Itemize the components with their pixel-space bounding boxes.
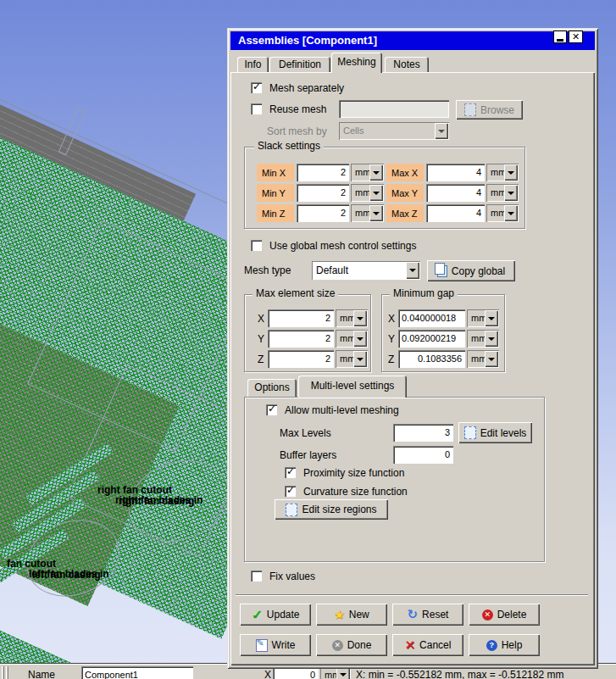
use-global-checkbox[interactable]	[251, 240, 262, 251]
max-element-x-unit[interactable]: mm	[336, 309, 368, 327]
max-element-x-input[interactable]: 2	[268, 309, 334, 327]
dropdown-arrow-icon[interactable]	[353, 351, 367, 367]
browse-button-label: Browse	[480, 104, 514, 116]
mesh-surface-corner	[0, 619, 90, 663]
reuse-mesh-input[interactable]	[339, 100, 449, 118]
min-z-input[interactable]: 2	[297, 204, 349, 222]
minimum-gap-legend: Minimum gap	[390, 288, 458, 299]
dropdown-arrow-icon[interactable]	[369, 185, 383, 201]
allow-multi-level-checkbox[interactable]	[266, 404, 277, 415]
allow-multi-level-label: Allow multi-level meshing	[285, 404, 399, 416]
max-element-y-input[interactable]: 2	[268, 330, 334, 348]
sort-mesh-by-combo[interactable]: Cells	[339, 122, 449, 140]
dropdown-arrow-icon[interactable]	[406, 262, 419, 279]
edit-size-regions-button[interactable]: Edit size regions	[275, 499, 388, 520]
copy-global-button[interactable]: Copy global	[427, 260, 515, 281]
application-window: right fan cutout right fan blades in rig…	[0, 0, 616, 679]
min-gap-y-unit[interactable]: mm	[467, 330, 499, 348]
tab-meshing[interactable]: Meshing	[331, 53, 382, 73]
tab-definition[interactable]: Definition	[269, 57, 330, 72]
max-y-unit-combo[interactable]: mm	[486, 184, 519, 202]
star-icon	[334, 608, 345, 621]
tab-multi-level-settings[interactable]: Multi-level settings	[298, 376, 407, 398]
dropdown-arrow-icon[interactable]	[485, 310, 498, 326]
min-y-unit-combo[interactable]: mm	[351, 184, 384, 202]
fix-values-checkbox[interactable]	[251, 570, 262, 582]
dropdown-arrow-icon[interactable]	[504, 164, 518, 181]
reset-label: Reset	[422, 609, 448, 621]
new-button[interactable]: New	[316, 604, 387, 626]
done-button[interactable]: ✕ Done	[316, 634, 387, 656]
cancel-button[interactable]: Cancel	[392, 634, 463, 656]
edit-levels-label: Edit levels	[480, 427, 527, 439]
proximity-size-checkbox[interactable]	[285, 467, 296, 478]
minimize-button[interactable]	[553, 31, 567, 43]
dropdown-arrow-icon[interactable]	[485, 331, 498, 347]
write-button[interactable]: Write	[240, 634, 311, 656]
tab-options[interactable]: Options	[247, 379, 297, 397]
reset-button[interactable]: Reset	[392, 604, 463, 626]
max-y-input[interactable]: 4	[426, 184, 485, 202]
update-label: Update	[267, 609, 300, 621]
edit-size-regions-label: Edit size regions	[302, 504, 376, 515]
range-status-text: X: min = -0.552182 mm, max = -0.512182 m…	[356, 669, 563, 679]
update-button[interactable]: Update	[240, 604, 311, 626]
curvature-size-label: Curvature size function	[303, 486, 408, 498]
edit-levels-button[interactable]: Edit levels	[458, 422, 532, 443]
dropdown-arrow-icon[interactable]	[485, 351, 498, 367]
min-gap-z-input[interactable]: 0.1083356	[398, 350, 465, 368]
close-button[interactable]: ✕	[569, 31, 583, 43]
reuse-mesh-checkbox[interactable]	[251, 103, 262, 114]
max-element-y-unit[interactable]: mm	[336, 330, 368, 348]
dropdown-arrow-icon[interactable]	[353, 310, 367, 326]
delete-label: Delete	[497, 609, 527, 621]
min-x-unit-combo[interactable]: mm	[351, 164, 384, 181]
max-x-input[interactable]: 4	[426, 164, 485, 181]
tab-info[interactable]: Info	[237, 57, 269, 72]
dropdown-arrow-icon[interactable]	[353, 331, 367, 347]
help-button[interactable]: ? Help	[469, 634, 540, 656]
min-gap-x-input[interactable]: 0.040000018	[398, 309, 465, 327]
sort-mesh-by-value: Cells	[343, 122, 363, 140]
delete-button[interactable]: ✕ Delete	[469, 604, 540, 626]
browse-icon	[464, 103, 476, 116]
max-element-size-legend: Max element size	[253, 288, 338, 299]
buffer-layers-input[interactable]: 0	[393, 446, 453, 464]
mesh-type-combo[interactable]: Default	[312, 261, 420, 280]
max-z-input[interactable]: 4	[426, 204, 485, 222]
dropdown-arrow-icon[interactable]	[336, 667, 350, 679]
tab-notes[interactable]: Notes	[385, 57, 429, 72]
max-x-unit-combo[interactable]: mm	[486, 164, 519, 181]
write-label: Write	[272, 639, 296, 651]
toolbar-gripper[interactable]	[2, 666, 4, 679]
min-gap-y-input[interactable]: 0.092000219	[398, 330, 465, 348]
dropdown-arrow-icon[interactable]	[369, 205, 383, 221]
name-input[interactable]: Component1	[81, 666, 193, 679]
max-x-tag: Max X	[386, 164, 424, 181]
dropdown-arrow-icon[interactable]	[435, 123, 448, 139]
min-gap-z-unit[interactable]: mm	[467, 350, 499, 368]
dropdown-arrow-icon[interactable]	[504, 185, 518, 201]
sort-mesh-by-label: Sort mesh by	[267, 125, 327, 137]
dropdown-arrow-icon[interactable]	[504, 205, 518, 221]
min-z-unit-combo[interactable]: mm	[351, 204, 384, 222]
unit-label: mm	[355, 184, 370, 202]
max-element-z-unit[interactable]: mm	[336, 350, 368, 368]
dropdown-arrow-icon[interactable]	[369, 164, 383, 181]
max-element-z-input[interactable]: 2	[268, 350, 334, 368]
assemblies-dialog: Assemblies [Component1] ✕ Info Definitio…	[227, 28, 598, 669]
done-label: Done	[347, 639, 372, 651]
max-levels-label: Max Levels	[280, 427, 331, 439]
divider	[236, 594, 588, 595]
mesh-separately-checkbox[interactable]	[251, 82, 262, 93]
min-x-input[interactable]: 2	[297, 164, 349, 181]
min-y-input[interactable]: 2	[297, 184, 349, 202]
max-z-unit-combo[interactable]: mm	[486, 204, 519, 222]
curvature-size-checkbox[interactable]	[285, 486, 296, 497]
dialog-title-bar[interactable]: Assemblies [Component1]	[230, 31, 595, 50]
toolbar-gripper[interactable]	[6, 666, 8, 679]
max-levels-input[interactable]: 3	[393, 424, 453, 442]
browse-button[interactable]: Browse	[456, 100, 523, 120]
edit-size-regions-icon	[286, 504, 297, 516]
min-gap-x-unit[interactable]: mm	[467, 309, 499, 327]
